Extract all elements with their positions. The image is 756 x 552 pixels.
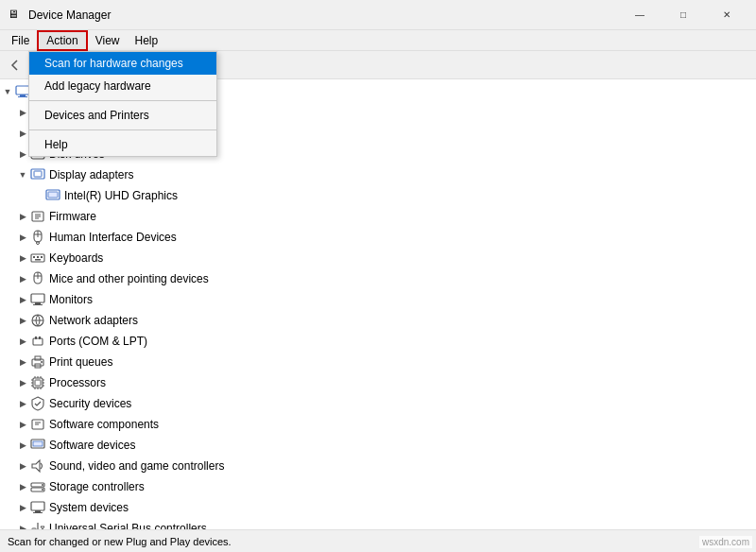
dropdown-legacy[interactable]: Add legacy hardware bbox=[29, 75, 216, 97]
network-expander[interactable] bbox=[15, 310, 30, 331]
tree-printqueues[interactable]: Print queues bbox=[0, 352, 756, 372]
menu-view[interactable]: View bbox=[88, 30, 128, 51]
monitors-label: Monitors bbox=[49, 293, 93, 306]
network-icon bbox=[30, 313, 45, 328]
processors-label: Processors bbox=[49, 376, 106, 389]
dropdown-devices-printers[interactable]: Devices and Printers bbox=[29, 104, 216, 127]
close-button[interactable]: ✕ bbox=[705, 0, 748, 30]
tree-softwaredevices[interactable]: Software devices bbox=[0, 435, 756, 456]
systemdevices-label: System devices bbox=[49, 501, 129, 514]
tree-processors[interactable]: Processors bbox=[0, 372, 756, 393]
tree-network[interactable]: Network adapters bbox=[0, 310, 756, 331]
status-text: Scan for changed or new Plug and Play de… bbox=[8, 536, 232, 547]
title-bar-left: 🖥 Device Manager bbox=[8, 8, 111, 23]
hid-label: Human Interface Devices bbox=[49, 231, 177, 244]
back-button[interactable] bbox=[4, 54, 26, 77]
ports-expander[interactable] bbox=[15, 331, 30, 352]
displayadapters-icon bbox=[30, 167, 45, 182]
app-title: Device Manager bbox=[28, 9, 111, 22]
sound-icon bbox=[30, 458, 45, 474]
menu-help[interactable]: Help bbox=[128, 30, 166, 51]
dropdown-sep2 bbox=[29, 129, 216, 130]
keyboards-expander[interactable] bbox=[15, 248, 30, 268]
usb-icon bbox=[30, 521, 45, 529]
minimize-button[interactable]: — bbox=[618, 0, 662, 30]
firmware-label: Firmware bbox=[49, 210, 96, 223]
softwaredevices-label: Software devices bbox=[49, 439, 135, 452]
displayadapters-label: Display adapters bbox=[49, 168, 133, 181]
usb-expander[interactable] bbox=[15, 518, 30, 529]
dropdown-help[interactable]: Help bbox=[29, 133, 216, 156]
tree-softwarecomponents[interactable]: Software components bbox=[0, 414, 756, 435]
systemdevices-expander[interactable] bbox=[15, 497, 30, 518]
firmware-expander[interactable] bbox=[15, 206, 30, 227]
dropdown-sep1 bbox=[29, 100, 216, 101]
action-dropdown: Scan for hardware changes Add legacy har… bbox=[28, 51, 217, 157]
svg-marker-77 bbox=[41, 526, 44, 529]
svg-rect-35 bbox=[31, 294, 44, 302]
tree-firmware[interactable]: Firmware bbox=[0, 206, 756, 227]
tree-sound[interactable]: Sound, video and game controllers bbox=[0, 456, 756, 476]
tree-monitors[interactable]: Monitors bbox=[0, 289, 756, 310]
security-icon bbox=[30, 396, 45, 411]
svg-rect-42 bbox=[39, 336, 41, 339]
monitors-expander[interactable] bbox=[15, 289, 30, 310]
svg-rect-29 bbox=[37, 256, 39, 258]
hid-expander[interactable] bbox=[15, 227, 30, 248]
svg-rect-37 bbox=[33, 304, 43, 305]
tree-ports[interactable]: Ports (COM & LPT) bbox=[0, 331, 756, 352]
processors-icon bbox=[30, 375, 45, 390]
svg-rect-28 bbox=[33, 256, 35, 258]
monitors-icon bbox=[30, 292, 45, 307]
dropdown-scan[interactable]: Scan for hardware changes bbox=[29, 52, 216, 75]
security-expander[interactable] bbox=[15, 393, 30, 414]
root-expander[interactable] bbox=[0, 81, 15, 102]
storage-icon bbox=[30, 479, 45, 494]
printqueues-expander[interactable] bbox=[15, 352, 30, 372]
softwaredevices-expander[interactable] bbox=[15, 435, 30, 456]
svg-point-46 bbox=[41, 361, 43, 363]
mice-expander[interactable] bbox=[15, 268, 30, 289]
svg-rect-41 bbox=[35, 336, 37, 339]
tree-storage[interactable]: Storage controllers bbox=[0, 476, 756, 497]
systemdevices-icon bbox=[30, 500, 45, 515]
tree-hid[interactable]: Human Interface Devices bbox=[0, 227, 756, 248]
maximize-button[interactable]: □ bbox=[662, 0, 705, 30]
printqueues-label: Print queues bbox=[49, 355, 112, 369]
processors-expander[interactable] bbox=[15, 372, 30, 393]
svg-rect-71 bbox=[31, 502, 44, 510]
svg-rect-40 bbox=[33, 338, 43, 345]
svg-rect-4 bbox=[20, 95, 26, 96]
tree-security[interactable]: Security devices bbox=[0, 393, 756, 414]
menu-file[interactable]: File bbox=[4, 30, 37, 51]
app-icon: 🖥 bbox=[8, 8, 23, 23]
tree-systemdevices[interactable]: System devices bbox=[0, 497, 756, 518]
svg-rect-76 bbox=[32, 528, 36, 529]
sound-expander[interactable] bbox=[15, 456, 30, 476]
tree-keyboards[interactable]: Keyboards bbox=[0, 248, 756, 268]
tree-displayadapters[interactable]: Display adapters bbox=[0, 164, 756, 185]
security-label: Security devices bbox=[49, 397, 131, 410]
tree-mice[interactable]: Mice and other pointing devices bbox=[0, 268, 756, 289]
storage-label: Storage controllers bbox=[49, 480, 145, 493]
mice-icon bbox=[30, 271, 45, 286]
watermark: wsxdn.com bbox=[699, 536, 752, 548]
keyboards-icon bbox=[30, 250, 45, 266]
mice-label: Mice and other pointing devices bbox=[49, 272, 209, 285]
displayadapters-expander[interactable] bbox=[15, 164, 30, 185]
svg-rect-18 bbox=[48, 192, 58, 198]
hid-icon bbox=[30, 230, 45, 245]
svg-point-70 bbox=[42, 489, 43, 491]
svg-rect-3 bbox=[16, 86, 29, 95]
usb-label: Universal Serial Bus controllers bbox=[49, 522, 207, 529]
softwarecomponents-expander[interactable] bbox=[15, 414, 30, 435]
keyboards-label: Keyboards bbox=[49, 251, 103, 265]
tree-usb[interactable]: Universal Serial Bus controllers bbox=[0, 518, 756, 529]
svg-rect-31 bbox=[35, 259, 41, 261]
menu-action[interactable]: Action bbox=[37, 30, 87, 51]
intel-icon bbox=[45, 188, 60, 203]
firmware-icon bbox=[30, 209, 45, 224]
svg-rect-73 bbox=[33, 512, 43, 513]
tree-intel[interactable]: Intel(R) UHD Graphics bbox=[0, 185, 756, 206]
storage-expander[interactable] bbox=[15, 476, 30, 497]
